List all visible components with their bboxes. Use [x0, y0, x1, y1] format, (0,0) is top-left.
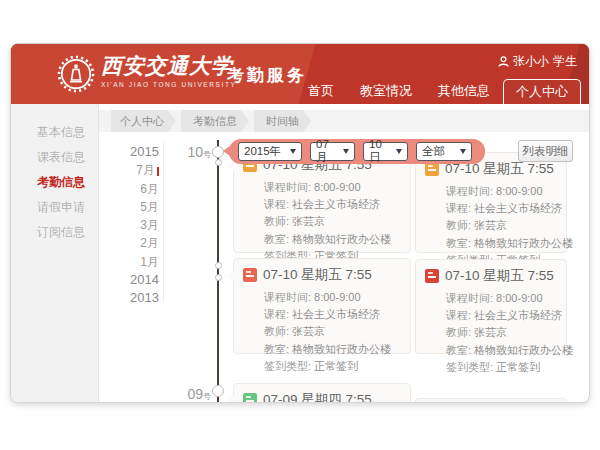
type-dropdown[interactable]: 全部 — [416, 142, 472, 161]
card-detail-row: 课程时间:8:00-9:00 — [264, 289, 402, 306]
card-detail-row: 课程:社会主义市场经济 — [446, 307, 558, 324]
university-name-en: XI'AN JIAO TONG UNIVERSITY — [101, 81, 236, 88]
timeline-day-label-09: 09号 — [171, 386, 211, 402]
current-month-tick — [157, 167, 159, 176]
timeline-month-label[interactable]: 1月 — [111, 253, 159, 271]
timeline-month-divider — [163, 142, 164, 302]
sidebar-item[interactable]: 订阅信息 — [11, 220, 98, 245]
timeline-month-label[interactable]: 3月 — [111, 216, 159, 234]
timeline-node — [215, 274, 222, 281]
sign-in-status-icon — [243, 268, 257, 282]
nav-item-classrooms[interactable]: 教室情况 — [347, 78, 425, 104]
timeline-month-label[interactable]: 2014 — [111, 271, 159, 289]
app-header: 西安交通大学 XI'AN JIAO TONG UNIVERSITY 考勤服务 张… — [11, 44, 589, 104]
year-dropdown[interactable]: 2015年 — [238, 142, 302, 161]
card-title: 07-10 星期五 7:55 — [263, 266, 372, 284]
timeline-month-label[interactable]: 2013 — [111, 289, 159, 307]
month-dropdown[interactable]: 07月 — [310, 142, 355, 161]
card-detail-row: 教室:格物致知行政办公楼 — [264, 341, 402, 358]
card-detail-row: 课程:社会主义市场经济 — [446, 200, 558, 217]
chevron-down-icon — [396, 149, 402, 154]
day-dropdown[interactable]: 10日 — [363, 142, 408, 161]
card-detail-row: 教师:张芸京 — [446, 324, 558, 341]
card-detail-row: 签到类型:正常签到 — [264, 358, 402, 375]
chevron-down-icon — [290, 149, 296, 154]
card-detail-row: 课程时间:8:00-9:00 — [446, 183, 558, 200]
user-info[interactable]: 张小小 学生 — [498, 53, 577, 70]
date-filter-bar: 2015年 07月 10日 全部 — [229, 139, 485, 164]
timeline-month-label[interactable]: 7月 — [111, 161, 159, 179]
breadcrumb-timeline[interactable]: 时间轴 — [254, 110, 303, 132]
card-detail-row: 教室:格物致知行政办公楼 — [446, 342, 558, 359]
card-title: 07-10 星期五 7:55 — [445, 267, 554, 285]
screenshot-stage: 西安交通大学 XI'AN JIAO TONG UNIVERSITY 考勤服务 张… — [0, 0, 600, 450]
university-logo-icon — [57, 55, 95, 93]
breadcrumb: 个人中心 考勤信息 时间轴 — [99, 110, 589, 132]
sign-in-status-icon — [425, 162, 439, 176]
user-name: 张小小 — [513, 53, 549, 70]
timeline-month-label[interactable]: 2月 — [111, 234, 159, 252]
sidebar-item[interactable]: 考勤信息 — [11, 170, 98, 195]
card-detail-row: 签到类型:正常签到 — [446, 359, 558, 376]
chevron-down-icon — [343, 149, 349, 154]
card-detail-row: 课程时间:8:00-9:00 — [446, 290, 558, 307]
person-icon — [498, 56, 509, 67]
sidebar-item[interactable]: 课表信息 — [11, 145, 98, 170]
card-detail-row: 教室:格物致知行政办公楼 — [446, 235, 558, 252]
chevron-down-icon — [460, 149, 466, 154]
attendance-card[interactable]: 07-10 星期五 7:55 课程时间:8:00-9:00课程:社会主义市场经济… — [233, 258, 411, 354]
sidebar: 基本信息课表信息考勤信息请假申请订阅信息 — [11, 104, 99, 402]
timeline-month-label[interactable]: 5月 — [111, 198, 159, 216]
university-name-cn: 西安交通大学 — [101, 53, 236, 79]
sidebar-item[interactable]: 请假申请 — [11, 195, 98, 220]
list-detail-button[interactable]: 列表明细 — [518, 140, 573, 162]
breadcrumb-attendance-info[interactable]: 考勤信息 — [181, 110, 241, 132]
attendance-card[interactable]: 07-10 星期五 7:55 课程时间:8:00-9:00课程:社会主义市场经济… — [415, 259, 567, 354]
university-name: 西安交通大学 XI'AN JIAO TONG UNIVERSITY — [101, 53, 236, 88]
timeline-node — [212, 385, 224, 397]
card-detail-row: 课程:社会主义市场经济 — [264, 306, 402, 323]
timeline-month-list: 20157月6月5月3月2月1月20142013 — [111, 143, 159, 308]
card-detail-row: 课程时间:8:00-9:00 — [264, 179, 402, 196]
card-title: 07-09 星期四 7:55 — [263, 391, 372, 403]
nav-item-home[interactable]: 首页 — [295, 78, 347, 104]
sign-in-status-icon — [425, 269, 439, 283]
user-role: 学生 — [553, 53, 577, 70]
attendance-card[interactable]: 07-09 星期四 7:55 — [233, 383, 411, 403]
sidebar-item[interactable]: 基本信息 — [11, 120, 98, 145]
nav-item-other-info[interactable]: 其他信息 — [425, 78, 503, 104]
card-detail-row: 课程:社会主义市场经济 — [264, 196, 402, 213]
sign-in-status-icon — [243, 393, 257, 403]
app-window: 西安交通大学 XI'AN JIAO TONG UNIVERSITY 考勤服务 张… — [10, 43, 590, 403]
attendance-card-partial[interactable] — [415, 398, 567, 403]
timeline-month-label[interactable]: 2015 — [111, 143, 159, 161]
timeline-day-label-10: 10号 — [171, 144, 211, 160]
card-detail-row: 教师:张芸京 — [264, 323, 402, 340]
breadcrumb-personal-center[interactable]: 个人中心 — [111, 110, 168, 132]
timeline-node — [215, 262, 222, 269]
timeline-axis — [217, 140, 219, 402]
attendance-card[interactable]: 07-10 星期五 7:55 课程时间:8:00-9:00课程:社会主义市场经济… — [415, 152, 567, 253]
card-detail-row: 教室:格物致知行政办公楼 — [264, 231, 402, 248]
main-nav: 首页 教室情况 其他信息 个人中心 — [295, 78, 581, 104]
nav-tab-personal-center[interactable]: 个人中心 — [503, 79, 581, 104]
timeline-node — [215, 159, 222, 166]
card-detail-row: 教师:张芸京 — [446, 217, 558, 234]
card-detail-row: 教师:张芸京 — [264, 213, 402, 230]
timeline-month-label[interactable]: 6月 — [111, 180, 159, 198]
